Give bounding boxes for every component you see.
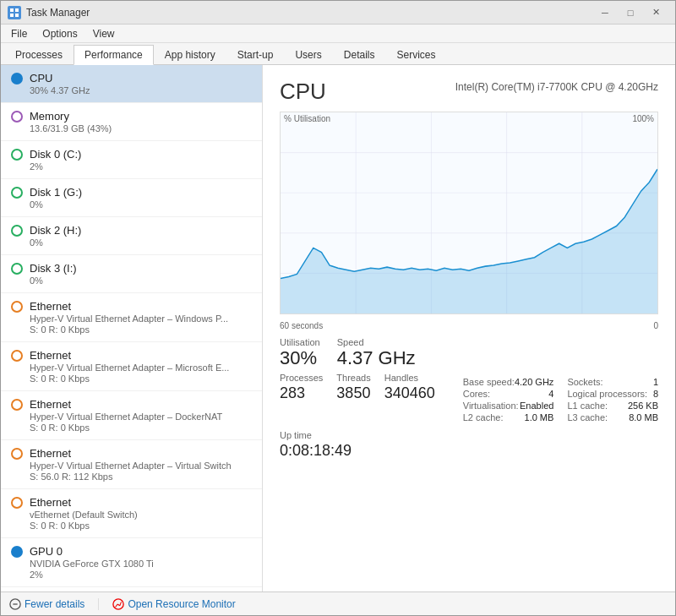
eth2-status-dot: [11, 350, 23, 362]
main-panel: CPU Intel(R) Core(TM) i7-7700K CPU @ 4.2…: [263, 65, 675, 591]
detail-l3-key: L3 cache:: [567, 412, 608, 422]
sidebar-gpu0-name: GPU 0: [30, 545, 63, 558]
eth1-status-dot: [11, 301, 23, 313]
detail-cores: Cores: 4: [463, 388, 554, 400]
sidebar-cpu-sub: 30% 4.37 GHz: [11, 85, 252, 95]
sidebar-disk2-sub: 0%: [11, 237, 252, 248]
uptime-label: Up time: [280, 430, 658, 440]
sidebar-eth4-name: Ethernet: [30, 447, 71, 460]
disk1-status-dot: [11, 187, 23, 199]
sidebar-disk3-name: Disk 3 (I:): [30, 262, 77, 275]
sidebar-memory-name: Memory: [30, 110, 69, 123]
maximize-button[interactable]: □: [618, 4, 643, 21]
fewer-details-label: Fewer details: [25, 598, 84, 610]
utilisation-value: 30%: [280, 347, 320, 369]
sidebar-eth1-sub1: Hyper-V Virtual Ethernet Adapter – Windo…: [11, 313, 252, 324]
svg-marker-12: [281, 169, 657, 313]
sidebar-eth3-name: Ethernet: [30, 398, 71, 411]
resource-monitor-icon: [112, 598, 124, 610]
sidebar-eth1-name: Ethernet: [30, 300, 71, 313]
tab-performance[interactable]: Performance: [74, 45, 154, 65]
sidebar-item-disk0[interactable]: Disk 0 (C:) 2%: [1, 141, 262, 179]
detail-logical-processors: Logical processors: 8: [567, 388, 658, 400]
tabs-bar: Processes Performance App history Start-…: [1, 43, 675, 65]
detail-l2-cache: L2 cache: 1.0 MB: [463, 412, 554, 423]
tab-startup[interactable]: Start-up: [226, 45, 285, 64]
detail-l2-val: 1.0 MB: [525, 412, 554, 422]
tab-users[interactable]: Users: [284, 45, 332, 64]
sidebar-item-eth1[interactable]: Ethernet Hyper-V Virtual Ethernet Adapte…: [1, 293, 262, 342]
sidebar-eth4-sub1: Hyper-V Virtual Ethernet Adapter – Virtu…: [11, 461, 252, 471]
sidebar-gpu0-sub2: 2%: [11, 570, 252, 580]
detail-base-speed-key: Base speed:: [463, 377, 515, 387]
minimize-button[interactable]: ─: [592, 4, 618, 21]
sidebar-item-cpu[interactable]: CPU 30% 4.37 GHz: [1, 65, 262, 103]
sidebar: CPU 30% 4.37 GHz Memory 13.6/31.9 GB (43…: [1, 65, 263, 591]
tab-details[interactable]: Details: [333, 45, 386, 64]
footer: Fewer details Open Resource Monitor: [1, 591, 675, 615]
sidebar-item-eth3[interactable]: Ethernet Hyper-V Virtual Ethernet Adapte…: [1, 391, 262, 440]
detail-sockets-key: Sockets:: [567, 377, 602, 387]
detail-base-speed-val: 4.20 GHz: [515, 377, 553, 387]
sidebar-item-disk1[interactable]: Disk 1 (G:) 0%: [1, 179, 262, 217]
window-title: Task Manager: [26, 7, 90, 19]
sidebar-memory-sub: 13.6/31.9 GB (43%): [11, 123, 252, 134]
eth5-status-dot: [11, 497, 23, 509]
open-resource-monitor-label: Open Resource Monitor: [128, 598, 235, 610]
sidebar-item-eth2[interactable]: Ethernet Hyper-V Virtual Ethernet Adapte…: [1, 342, 262, 391]
menu-bar: File Options View: [1, 25, 675, 43]
sidebar-gpu0-sub1: NVIDIA GeForce GTX 1080 Ti: [11, 559, 252, 569]
cpu-title: CPU: [280, 79, 326, 105]
svg-rect-3: [15, 14, 19, 17]
menu-options[interactable]: Options: [35, 26, 84, 41]
tab-app-history[interactable]: App history: [154, 45, 226, 64]
sidebar-item-disk3[interactable]: Disk 3 (I:) 0%: [1, 255, 262, 293]
sidebar-item-memory[interactable]: Memory 13.6/31.9 GB (43%): [1, 103, 262, 141]
sidebar-item-eth5[interactable]: Ethernet vEthernet (Default Switch) S: 0…: [1, 489, 262, 538]
chart-y-label: % Utilisation: [284, 114, 330, 123]
detail-l1-key: L1 cache:: [567, 401, 608, 411]
sidebar-disk3-sub: 0%: [11, 275, 252, 286]
disk3-status-dot: [11, 263, 23, 275]
speed-block: Speed 4.37 GHz: [337, 337, 416, 369]
close-button[interactable]: ✕: [643, 4, 668, 21]
detail-sockets: Sockets: 1: [567, 376, 658, 388]
sidebar-disk0-name: Disk 0 (C:): [30, 148, 81, 161]
menu-file[interactable]: File: [4, 26, 34, 41]
detail-l3-cache: L3 cache: 8.0 MB: [567, 412, 658, 423]
sidebar-item-disk2[interactable]: Disk 2 (H:) 0%: [1, 217, 262, 255]
sidebar-item-gpu0[interactable]: GPU 0 NVIDIA GeForce GTX 1080 Ti 2%: [1, 538, 262, 587]
handles-value: 340460: [384, 383, 435, 404]
footer-divider: [98, 598, 99, 610]
detail-logical-val: 8: [653, 389, 658, 399]
sidebar-cpu-name: CPU: [30, 72, 52, 84]
svg-rect-2: [10, 14, 14, 17]
sidebar-eth5-name: Ethernet: [30, 496, 71, 509]
fewer-details-button[interactable]: Fewer details: [9, 598, 84, 610]
detail-cores-key: Cores:: [463, 389, 490, 399]
svg-line-18: [120, 602, 122, 605]
threads-block: Threads 3850: [336, 373, 370, 423]
tab-processes[interactable]: Processes: [4, 45, 74, 64]
utilisation-block: Utilisation 30%: [280, 337, 320, 369]
cpu-status-dot: [11, 73, 23, 84]
open-resource-monitor-button[interactable]: Open Resource Monitor: [112, 598, 235, 610]
window-controls: ─ □ ✕: [592, 4, 668, 21]
disk0-status-dot: [11, 149, 23, 161]
sidebar-disk1-name: Disk 1 (G:): [30, 186, 82, 199]
uptime-block: Up time 0:08:18:49: [280, 430, 658, 461]
fewer-details-icon: [9, 598, 21, 610]
chart-y-max: 100%: [632, 114, 654, 123]
svg-rect-1: [15, 8, 19, 12]
gpu0-status-dot: [11, 546, 23, 558]
sidebar-item-eth4[interactable]: Ethernet Hyper-V Virtual Ethernet Adapte…: [1, 440, 262, 489]
svg-line-16: [116, 604, 118, 608]
menu-view[interactable]: View: [86, 26, 122, 41]
details-section: Base speed: 4.20 GHz Sockets: 1 Cores: 4: [463, 373, 658, 423]
eth3-status-dot: [11, 399, 23, 411]
chart-bottom-labels: 60 seconds 0: [280, 321, 658, 330]
detail-virt-key: Virtualisation:: [463, 401, 519, 411]
handles-label: Handles: [384, 373, 435, 383]
tab-services[interactable]: Services: [385, 45, 446, 64]
details-grid: Base speed: 4.20 GHz Sockets: 1 Cores: 4: [463, 376, 658, 423]
